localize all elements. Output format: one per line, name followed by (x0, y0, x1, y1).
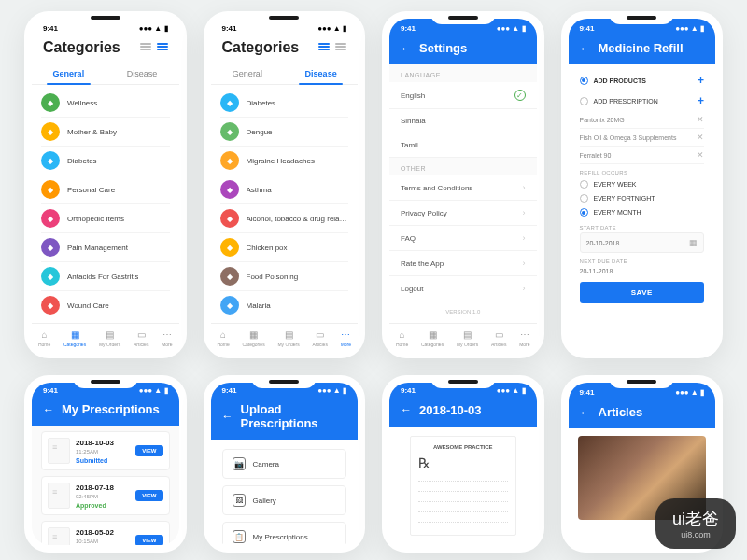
settings-row[interactable]: Privacy Policy› (389, 201, 537, 226)
category-row[interactable]: Migraine Headaches (220, 147, 349, 175)
language-option[interactable]: Tamil (389, 133, 537, 158)
category-row[interactable]: Malaria (220, 291, 349, 319)
save-button[interactable]: SAVE (580, 282, 705, 303)
list-view-icon[interactable] (157, 43, 168, 52)
nav-icon: ▦ (429, 329, 437, 340)
back-arrow-icon[interactable]: ← (222, 410, 233, 423)
settings-label: Rate the App (401, 259, 444, 268)
bottom-nav: ⌂Home▦Categories▤My Orders▭Articles⋯More (389, 323, 537, 351)
back-arrow-icon[interactable]: ← (43, 403, 54, 416)
add-prescription-button[interactable]: + (698, 94, 704, 107)
start-date-label: START DATE (580, 219, 705, 232)
category-row[interactable]: Asthma (220, 175, 349, 204)
category-icon (220, 267, 239, 286)
remove-icon[interactable]: ✕ (697, 150, 704, 160)
nav-more[interactable]: ⋯More (162, 329, 172, 347)
settings-row[interactable]: Terms and Conditions› (389, 175, 537, 201)
category-row[interactable]: Chicken pox (220, 233, 349, 262)
settings-label: Privacy Policy (401, 209, 447, 217)
category-icon (220, 238, 239, 257)
category-row[interactable]: Dengue (220, 118, 349, 147)
nav-more[interactable]: ⋯More (519, 329, 529, 347)
upload-option[interactable]: 📷Camera (222, 449, 347, 479)
tab-disease[interactable]: Disease (284, 63, 358, 84)
category-row[interactable]: Diabetes (41, 147, 170, 175)
chevron-right-icon: › (523, 284, 526, 293)
refill-radio[interactable] (580, 194, 588, 203)
view-button[interactable]: VIEW (135, 535, 162, 545)
nav-icon: ▭ (316, 329, 324, 340)
category-icon (41, 296, 60, 315)
view-button[interactable]: VIEW (135, 490, 162, 501)
settings-label: Logout (401, 285, 423, 293)
back-arrow-icon[interactable]: ← (580, 42, 591, 55)
category-row[interactable]: Alcohol, tobacco & drug related illnesse… (220, 204, 349, 233)
nav-home[interactable]: ⌂Home (217, 329, 229, 347)
back-arrow-icon[interactable]: ← (401, 403, 412, 416)
watermark-url: ui8.com (681, 530, 711, 539)
category-row[interactable]: Diabetes (220, 89, 349, 118)
nav-articles[interactable]: ▭Articles (313, 329, 328, 347)
nav-home[interactable]: ⌂Home (38, 329, 50, 347)
nav-categories[interactable]: ▦Categories (421, 329, 444, 347)
notch (609, 11, 674, 24)
page-title: Medicine Refill (599, 41, 684, 55)
category-row[interactable]: Orthopedic Items (41, 204, 170, 233)
category-row[interactable]: Food Poisoning (220, 262, 349, 291)
list-view-icon[interactable] (335, 43, 346, 52)
view-button[interactable]: VIEW (135, 445, 162, 456)
medicine-row: Pantonix 20MG✕ (580, 111, 705, 129)
category-row[interactable]: Personal Care (41, 175, 170, 204)
category-tabs: General Disease (211, 63, 359, 85)
nav-categories[interactable]: ▦Categories (242, 329, 264, 347)
remove-icon[interactable]: ✕ (697, 115, 704, 124)
category-row[interactable]: Pain Management (41, 233, 170, 262)
nav-my-orders[interactable]: ▤My Orders (277, 329, 299, 347)
nav-label: Home (217, 342, 229, 347)
nav-more[interactable]: ⋯More (341, 329, 351, 347)
nav-icon: ▤ (106, 329, 114, 340)
radio-add-prescription[interactable] (580, 97, 588, 105)
start-date-field[interactable]: 20-10-2018▦ (580, 232, 705, 253)
category-row[interactable]: Wound Care (41, 291, 170, 319)
refill-radio[interactable] (580, 180, 588, 189)
category-row[interactable]: Antacids For Gastritis (41, 262, 170, 291)
settings-row[interactable]: Rate the App› (389, 251, 537, 276)
refill-radio[interactable] (580, 208, 588, 217)
nav-my-orders[interactable]: ▤My Orders (99, 329, 120, 347)
category-icon (220, 296, 239, 315)
tab-disease[interactable]: Disease (106, 63, 179, 84)
watermark: ui老爸 ui8.com (655, 498, 736, 549)
bottom-nav: ⌂Home▦Categories▤My Orders▭Articles⋯More (32, 323, 179, 351)
category-label: Dengue (247, 128, 273, 136)
category-label: Diabetes (67, 157, 97, 165)
back-arrow-icon[interactable]: ← (580, 406, 591, 419)
grid-view-icon[interactable] (318, 43, 330, 52)
nav-my-orders[interactable]: ▤My Orders (457, 329, 478, 347)
upload-option[interactable]: 📋My Prescriptions (222, 522, 347, 545)
tab-general[interactable]: General (32, 63, 106, 84)
settings-row[interactable]: Logout› (389, 276, 537, 301)
category-label: Chicken pox (247, 244, 288, 252)
back-arrow-icon[interactable]: ← (401, 42, 412, 55)
language-option[interactable]: English✓ (389, 82, 537, 109)
category-label: Asthma (247, 186, 272, 194)
category-icon (41, 267, 60, 286)
nav-articles[interactable]: ▭Articles (491, 329, 506, 347)
radio-add-products[interactable] (580, 77, 588, 85)
language-label: Sinhala (401, 117, 426, 125)
page-title: Settings (419, 41, 467, 55)
category-row[interactable]: Mother & Baby (41, 118, 170, 147)
category-row[interactable]: Wellness (41, 89, 170, 118)
settings-row[interactable]: FAQ› (389, 226, 537, 251)
language-option[interactable]: Sinhala (389, 109, 537, 133)
remove-icon[interactable]: ✕ (697, 133, 704, 142)
grid-view-icon[interactable] (140, 43, 151, 52)
phone-my-prescriptions: 9:41●●● ▲ ▮ ← My Prescriptions 2018-10-0… (24, 375, 187, 553)
add-product-button[interactable]: + (698, 74, 704, 87)
nav-home[interactable]: ⌂Home (396, 329, 408, 347)
nav-categories[interactable]: ▦Categories (63, 329, 86, 347)
tab-general[interactable]: General (211, 63, 285, 84)
nav-articles[interactable]: ▭Articles (134, 329, 148, 347)
upload-option[interactable]: 🖼Gallery (222, 485, 347, 515)
